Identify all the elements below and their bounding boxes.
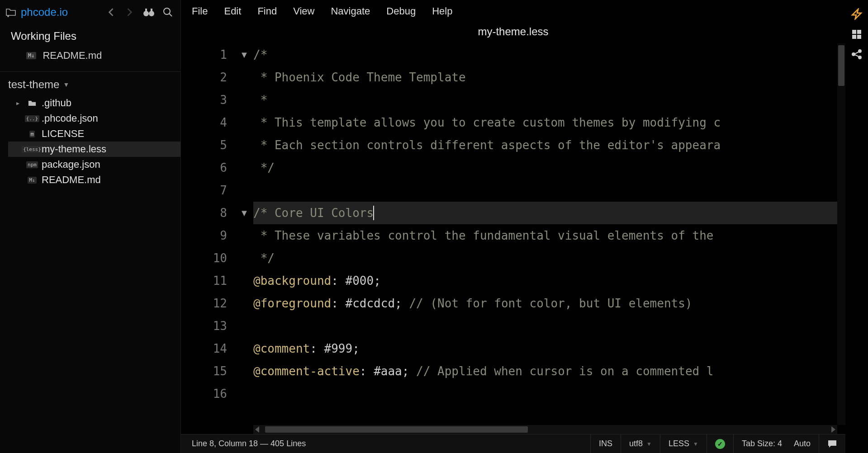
menu-find[interactable]: Find: [257, 5, 277, 17]
status-bar: Line 8, Column 18 — 405 Lines INS utf8▼ …: [181, 434, 845, 453]
svg-rect-6: [857, 30, 861, 34]
code-line[interactable]: @comment: #999;: [253, 337, 845, 360]
line-number[interactable]: 15: [181, 360, 227, 382]
dirty-dot: [16, 54, 20, 57]
menu-debug[interactable]: Debug: [386, 5, 416, 17]
status-encoding[interactable]: utf8▼: [621, 434, 660, 453]
code-line[interactable]: [253, 179, 845, 202]
tree-item-label: .phcode.json: [42, 113, 98, 124]
line-number[interactable]: 14: [181, 337, 227, 360]
line-number[interactable]: 7: [181, 179, 227, 202]
line-number[interactable]: 2: [181, 66, 227, 89]
code-line[interactable]: *: [253, 89, 845, 111]
tab-title: my-theme.less: [181, 23, 845, 43]
fold-marker: [235, 156, 253, 179]
fold-marker: [235, 382, 253, 405]
fold-column[interactable]: ▼▼: [235, 43, 253, 425]
file-icon: M↓: [27, 177, 37, 184]
search-icon[interactable]: [161, 5, 175, 19]
line-number[interactable]: 5: [181, 134, 227, 156]
line-number[interactable]: 8: [181, 202, 227, 224]
scrollbar-thumb[interactable]: [265, 426, 528, 433]
fold-marker[interactable]: ▼: [235, 43, 253, 66]
file-icon: {..}: [27, 115, 37, 122]
line-number[interactable]: 11: [181, 269, 227, 292]
fold-marker: [235, 269, 253, 292]
line-number[interactable]: 3: [181, 89, 227, 111]
line-number[interactable]: 13: [181, 315, 227, 337]
code-line[interactable]: */: [253, 247, 845, 269]
code-line[interactable]: /*: [253, 43, 845, 66]
menu-file[interactable]: File: [192, 5, 208, 17]
binoculars-icon[interactable]: [142, 5, 156, 19]
status-position: Line 8, Column 18 — 405 Lines: [181, 434, 590, 453]
code-line[interactable]: @comment-active: #aaa; // Applied when c…: [253, 360, 845, 382]
status-feedback-icon[interactable]: [819, 434, 845, 453]
status-lint[interactable]: ✓: [707, 434, 733, 453]
sidebar: phcode.io Working Files M↓README.md test…: [0, 0, 181, 453]
working-file-item[interactable]: M↓README.md: [0, 47, 180, 64]
line-number[interactable]: 16: [181, 382, 227, 405]
nav-back-button[interactable]: [104, 5, 118, 19]
code-line[interactable]: * These variables control the fundamenta…: [253, 224, 845, 247]
tree-file[interactable]: {..}.phcode.json: [8, 111, 180, 126]
menu-help[interactable]: Help: [432, 5, 452, 17]
tree-file[interactable]: ▤LICENSE: [8, 126, 180, 142]
line-gutter[interactable]: 12345678910111213141516: [181, 43, 235, 425]
vertical-scrollbar[interactable]: [837, 43, 845, 425]
line-number[interactable]: 9: [181, 224, 227, 247]
file-icon: [27, 100, 37, 107]
tree-item-label: LICENSE: [42, 128, 84, 140]
fold-marker: [235, 134, 253, 156]
status-tabsize[interactable]: Tab Size: 4 Auto: [733, 434, 819, 453]
chevron-down-icon: ▼: [63, 81, 69, 88]
code-line[interactable]: * Phoenix Code Theme Template: [253, 66, 845, 89]
svg-point-0: [143, 11, 149, 16]
status-language[interactable]: LESS▼: [660, 434, 707, 453]
svg-point-1: [149, 11, 154, 16]
fold-marker[interactable]: ▼: [235, 202, 253, 224]
code-line[interactable]: [253, 315, 845, 337]
svg-point-10: [859, 50, 861, 52]
new-folder-icon[interactable]: [5, 7, 16, 17]
project-name: test-theme: [8, 78, 59, 91]
tree-file[interactable]: npmpackage.json: [8, 157, 180, 172]
file-icon: {less}: [27, 146, 37, 153]
code-line[interactable]: @background: #000;: [253, 269, 845, 292]
menu-view[interactable]: View: [293, 5, 314, 17]
fold-marker: [235, 360, 253, 382]
tree-folder[interactable]: ▸.github: [8, 95, 180, 111]
code-line[interactable]: */: [253, 156, 845, 179]
svg-point-4: [164, 8, 170, 14]
code-line[interactable]: /* Core UI Colors: [253, 202, 845, 224]
share-icon[interactable]: [851, 49, 862, 60]
code-line[interactable]: @foreground: #cdcdcd; // (Not for font c…: [253, 292, 845, 315]
tree-file[interactable]: M↓README.md: [8, 172, 180, 188]
status-insert-mode[interactable]: INS: [590, 434, 621, 453]
line-number[interactable]: 6: [181, 156, 227, 179]
code-editor[interactable]: /* * Phoenix Code Theme Template * * Thi…: [253, 43, 845, 425]
project-header[interactable]: test-theme ▼: [0, 72, 180, 95]
tree-file[interactable]: {less}my-theme.less: [8, 142, 180, 157]
svg-point-9: [852, 53, 855, 56]
horizontal-scrollbar[interactable]: [253, 425, 837, 434]
code-line[interactable]: [253, 382, 845, 405]
working-files-header: Working Files: [0, 24, 180, 47]
nav-forward-button[interactable]: [123, 5, 137, 19]
line-number[interactable]: 4: [181, 111, 227, 134]
lightning-icon[interactable]: [851, 8, 863, 20]
line-number[interactable]: 10: [181, 247, 227, 269]
line-number[interactable]: 12: [181, 292, 227, 315]
extensions-icon[interactable]: [851, 29, 862, 40]
menu-navigate[interactable]: Navigate: [331, 5, 370, 17]
text-cursor: [373, 206, 374, 220]
code-line[interactable]: * This template allows you to create cus…: [253, 111, 845, 134]
line-number[interactable]: 1: [181, 43, 227, 66]
fold-marker: [235, 337, 253, 360]
code-line[interactable]: * Each section controls different aspect…: [253, 134, 845, 156]
file-name: README.md: [43, 50, 102, 61]
scrollbar-thumb[interactable]: [838, 45, 844, 86]
svg-rect-8: [857, 35, 861, 39]
menu-edit[interactable]: Edit: [224, 5, 241, 17]
brand-label[interactable]: phcode.io: [21, 6, 99, 19]
